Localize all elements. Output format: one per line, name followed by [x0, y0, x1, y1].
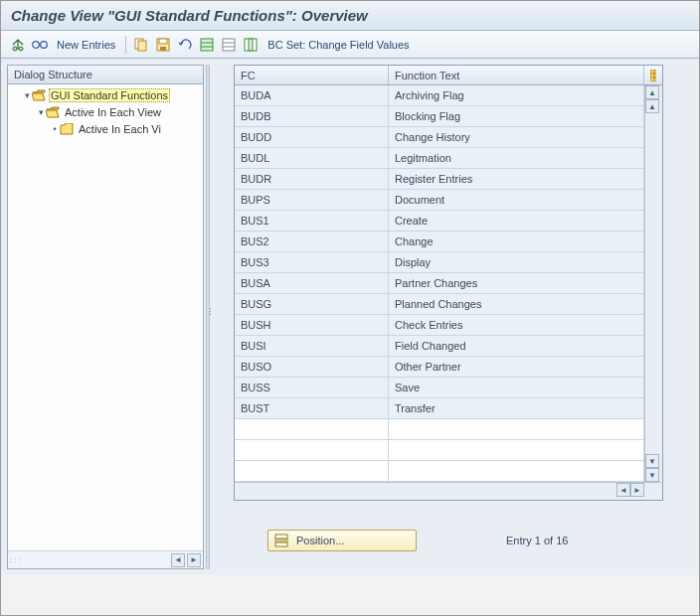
cell-function-text[interactable]: Partner Changes	[389, 273, 644, 293]
table-column-icon[interactable]	[242, 36, 260, 54]
bc-set-button[interactable]: BC Set: Change Field Values	[263, 37, 413, 53]
svg-point-2	[33, 41, 40, 48]
table-row[interactable]: BUDLLegitmation	[235, 148, 644, 169]
cell-fc[interactable]: BUS1	[235, 211, 389, 231]
col-header-fc[interactable]: FC	[235, 66, 389, 84]
cell-function-text[interactable]: Other Partner	[389, 357, 644, 377]
table-row[interactable]: BUSAPartner Changes	[235, 273, 644, 294]
table-row[interactable]: BUSTTransfer	[235, 398, 644, 419]
bullet-icon[interactable]: •	[50, 124, 60, 134]
table-row[interactable]	[235, 461, 644, 482]
position-button[interactable]: Position...	[267, 530, 417, 551]
cell-function-text[interactable]: Blocking Flag	[389, 106, 644, 126]
cell-fc[interactable]: BUSS	[235, 378, 389, 397]
cell-function-text[interactable]	[389, 419, 644, 439]
svg-rect-7	[159, 39, 167, 44]
cell-function-text[interactable]: Legitmation	[389, 148, 644, 168]
cell-fc[interactable]	[235, 419, 389, 439]
splitter-handle[interactable]	[206, 65, 210, 569]
table-row[interactable]: BUDDChange History	[235, 127, 644, 148]
cell-fc[interactable]: BUDR	[235, 169, 389, 189]
table-row[interactable]: BUDRRegister Entries	[235, 169, 644, 190]
table-row[interactable]: BUSSSave	[235, 378, 644, 398]
cell-fc[interactable]: BUSI	[235, 336, 389, 356]
cell-function-text[interactable]: Field Changed	[389, 336, 644, 356]
cell-function-text[interactable]: Register Entries	[389, 169, 644, 189]
cell-fc[interactable]: BUS2	[235, 231, 389, 251]
cell-function-text[interactable]	[389, 440, 644, 460]
table-row[interactable]: BUDBBlocking Flag	[235, 106, 644, 127]
cell-fc[interactable]: BUSO	[235, 357, 389, 377]
cell-fc[interactable]: BUPS	[235, 190, 389, 210]
copy-icon[interactable]	[132, 36, 150, 54]
table-deselect-icon[interactable]	[220, 36, 238, 54]
table-row[interactable]: BUS3Display	[235, 252, 644, 273]
scroll-down-button-2[interactable]: ▼	[645, 454, 659, 468]
separator	[125, 36, 126, 54]
cell-function-text[interactable]: Planned Changes	[389, 294, 644, 314]
tree-node[interactable]: •Active In Each Vi	[8, 120, 203, 137]
cell-function-text[interactable]: Save	[389, 378, 644, 397]
cell-function-text[interactable]: Transfer	[389, 398, 644, 418]
table-row[interactable]	[235, 440, 644, 461]
title-bar: Change View "GUI Standard Functions": Ov…	[1, 1, 699, 31]
table-row[interactable]	[235, 419, 644, 440]
footer: Position... Entry 1 of 16	[212, 516, 693, 569]
cell-fc[interactable]: BUSG	[235, 294, 389, 314]
undo-icon[interactable]	[176, 36, 194, 54]
chevron-down-icon[interactable]: ▾	[22, 90, 32, 100]
grip-icon: :::	[10, 555, 23, 564]
cell-function-text[interactable]	[389, 461, 644, 481]
cell-fc[interactable]: BUDD	[235, 127, 389, 147]
cell-fc[interactable]: BUDL	[235, 148, 389, 168]
horizontal-scrollbar[interactable]: ◄ ►	[235, 482, 662, 500]
scroll-up-button[interactable]: ▲	[645, 85, 659, 99]
cell-fc[interactable]: BUSA	[235, 273, 389, 293]
scroll-right-button[interactable]: ►	[187, 553, 201, 567]
table-row[interactable]: BUPSDocument	[235, 190, 644, 211]
page-title: Change View "GUI Standard Functions": Ov…	[11, 7, 368, 24]
scroll-down-button[interactable]: ▼	[645, 468, 659, 482]
cell-function-text[interactable]: Check Entries	[389, 315, 644, 335]
table-row[interactable]: BUS2Change	[235, 231, 644, 252]
chevron-down-icon[interactable]: ▾	[36, 107, 46, 117]
expand-tree-icon[interactable]	[9, 36, 27, 54]
vertical-scrollbar[interactable]: ▲ ▲ ▼ ▼	[644, 85, 662, 482]
table-row[interactable]: BUSGPlanned Changes	[235, 294, 644, 315]
cell-function-text[interactable]: Change History	[389, 127, 644, 147]
cell-fc[interactable]: BUDA	[235, 85, 389, 105]
table-row[interactable]: BUSHCheck Entries	[235, 315, 644, 336]
cell-fc[interactable]	[235, 461, 389, 481]
cell-fc[interactable]: BUST	[235, 398, 389, 418]
table-row[interactable]: BUSOOther Partner	[235, 357, 644, 378]
scroll-left-button-2[interactable]: ◄	[616, 483, 630, 497]
scroll-left-button[interactable]: ◄	[171, 553, 185, 567]
table-row[interactable]: BUDAArchiving Flag	[235, 85, 644, 106]
svg-rect-23	[275, 539, 287, 542]
cell-fc[interactable]: BUS3	[235, 252, 389, 272]
cell-fc[interactable]	[235, 440, 389, 460]
new-entries-button[interactable]: New Entries	[53, 37, 119, 53]
save-icon[interactable]	[154, 36, 172, 54]
cell-function-text[interactable]: Archiving Flag	[389, 85, 644, 105]
table-row[interactable]: BUS1Create	[235, 211, 644, 231]
scroll-right-button-2[interactable]: ►	[630, 483, 644, 497]
tree-node[interactable]: ▾Active In Each View	[8, 103, 203, 120]
cell-fc[interactable]: BUSH	[235, 315, 389, 335]
table-select-icon[interactable]	[198, 36, 216, 54]
glasses-icon[interactable]	[31, 36, 49, 54]
cell-function-text[interactable]: Create	[389, 211, 644, 231]
scroll-up-button-2[interactable]: ▲	[645, 99, 659, 113]
table-body: BUDAArchiving FlagBUDBBlocking FlagBUDDC…	[235, 85, 662, 482]
content-area: FC Function Text BUDAArchiving FlagBUDBB…	[212, 65, 693, 569]
svg-point-0	[13, 47, 17, 51]
tree-node[interactable]: ▾GUI Standard Functions	[8, 86, 203, 103]
table-row[interactable]: BUSIField Changed	[235, 336, 644, 357]
cell-function-text[interactable]: Change	[389, 231, 644, 251]
col-header-function-text[interactable]: Function Text	[389, 66, 644, 84]
cell-function-text[interactable]: Display	[389, 252, 644, 272]
cell-fc[interactable]: BUDB	[235, 106, 389, 126]
svg-rect-9	[201, 39, 213, 51]
table-config-icon[interactable]	[644, 66, 662, 84]
cell-function-text[interactable]: Document	[389, 190, 644, 210]
